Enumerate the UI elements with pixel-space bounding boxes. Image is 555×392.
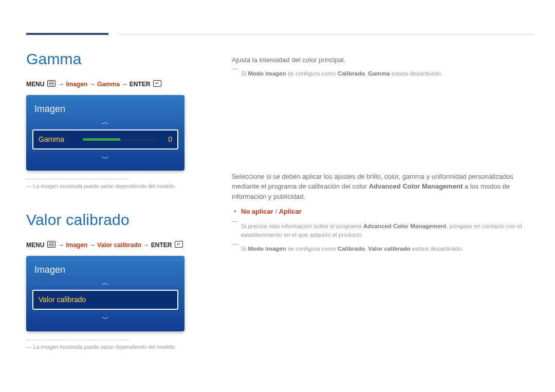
gamma-slider[interactable]	[83, 138, 158, 141]
path-seg-calibrated: Valor calibrado	[97, 241, 141, 249]
osd-row-label: Valor calibrado	[39, 294, 172, 305]
path-enter-label: ENTER	[130, 81, 151, 88]
chevron-up-icon[interactable]: ︿	[102, 118, 109, 126]
menu-icon	[47, 241, 55, 248]
osd-panel-title: Imagen	[31, 261, 179, 278]
osd-row-gamma[interactable]: Gamma 0	[32, 129, 178, 150]
menu-icon	[47, 80, 55, 87]
path-seg-gamma: Gamma	[97, 81, 120, 88]
osd-row-label: Gamma	[39, 134, 83, 145]
section-title-calibrated: Valor calibrado	[26, 208, 232, 231]
section-title-gamma: Gamma	[26, 47, 232, 70]
path-menu-label: MENU	[26, 241, 44, 249]
gamma-intro: Ajusta la intensidad del color principal…	[232, 55, 533, 65]
chevron-down-icon[interactable]: ﹀	[102, 154, 109, 162]
chapter-bar	[26, 33, 108, 35]
calibrated-intro: Seleccione si se deben aplicar los ajust…	[232, 172, 533, 202]
menu-path-gamma: MENU → Imagen → Gamma → ENTER	[26, 80, 232, 89]
path-seg-imagen: Imagen	[66, 241, 87, 249]
path-enter-label: ENTER	[151, 241, 172, 249]
calibrated-note-2: Si Modo imagen se configura como Calibra…	[232, 245, 533, 253]
top-rule	[118, 34, 533, 34]
image-disclaimer: ― La imagen mostrada puede variar depend…	[26, 182, 232, 191]
osd-panel-calibrated: Imagen ︿ Valor calibrado ﹀	[26, 256, 184, 331]
divider	[26, 340, 129, 340]
osd-panel-gamma: Imagen ︿ Gamma 0 ﹀	[26, 95, 184, 171]
osd-row-calibrated[interactable]: Valor calibrado	[32, 290, 178, 310]
option-aplicar: Aplicar	[279, 208, 302, 215]
option-no-aplicar: No aplicar	[241, 208, 273, 215]
chevron-up-icon[interactable]: ︿	[102, 278, 109, 287]
enter-icon	[175, 241, 183, 248]
gamma-note: Si Modo imagen se configura como Calibra…	[232, 69, 533, 78]
osd-panel-title: Imagen	[31, 100, 179, 117]
calibrated-note-1: Si precisa más información sobre el prog…	[232, 222, 533, 240]
calibrated-options: No aplicar / Aplicar	[232, 207, 533, 217]
chevron-down-icon[interactable]: ﹀	[102, 314, 109, 323]
divider	[26, 179, 129, 179]
gamma-value: 0	[165, 134, 172, 145]
menu-path-calibrated: MENU → Imagen → Valor calibrado → ENTER	[26, 240, 232, 250]
enter-icon	[153, 80, 161, 87]
path-seg-imagen: Imagen	[66, 81, 87, 88]
image-disclaimer: ― La imagen mostrada puede variar depend…	[26, 343, 232, 351]
path-menu-label: MENU	[26, 81, 44, 88]
